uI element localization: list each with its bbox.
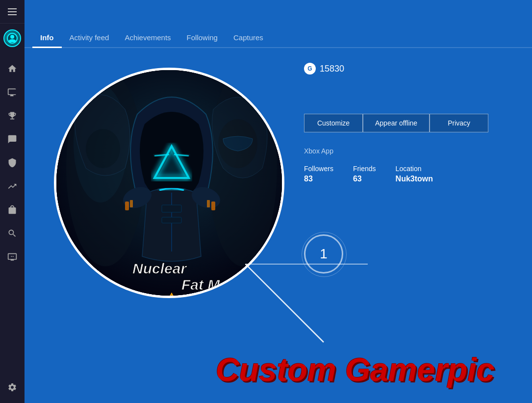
level-circle: 1 <box>304 234 343 274</box>
action-buttons: Customize Appear offline Privacy <box>304 114 522 132</box>
home-icon <box>7 64 17 74</box>
svg-text:Fat Man: Fat Man <box>181 277 237 293</box>
sidebar-nav <box>0 53 25 377</box>
store-icon <box>7 205 17 215</box>
sidebar-avatar-container[interactable] <box>0 24 25 53</box>
sidebar-item-search[interactable] <box>0 223 25 244</box>
stat-location: Location Nuk3town <box>396 165 433 183</box>
followers-label: Followers <box>304 165 333 173</box>
sidebar-top-bar <box>0 0 25 24</box>
avatar[interactable] <box>3 29 21 47</box>
location-label: Location <box>396 165 433 173</box>
friends-count: 63 <box>353 175 376 183</box>
sidebar-item-trending[interactable] <box>0 176 25 197</box>
nav-tabs: Info Activity feed Achievements Followin… <box>25 24 532 48</box>
customize-button[interactable]: Customize <box>304 114 363 132</box>
settings-icon <box>7 382 17 392</box>
games-icon <box>7 87 17 97</box>
gamerpic-section: Nuclear Fat Man <box>54 68 289 303</box>
tab-captures[interactable]: Captures <box>226 28 271 48</box>
svg-text:Nuclear: Nuclear <box>132 260 187 277</box>
svg-rect-19 <box>130 200 133 207</box>
search-icon <box>7 228 17 238</box>
svg-rect-16 <box>162 205 181 212</box>
tab-following[interactable]: Following <box>179 28 226 48</box>
tab-achievements[interactable]: Achievements <box>117 28 178 48</box>
gamerpic-circle[interactable]: Nuclear Fat Man <box>54 68 284 298</box>
privacy-button[interactable]: Privacy <box>430 114 488 132</box>
main-content: Info Activity feed Achievements Followin… <box>25 0 532 403</box>
avatar-svg: Nuclear Fat Man <box>56 70 282 296</box>
custom-gamerpic-label: Custom Gamerpic <box>216 351 532 388</box>
stat-followers: Followers 83 <box>304 165 333 183</box>
stat-friends: Friends 63 <box>353 165 376 183</box>
svg-rect-20 <box>211 202 215 210</box>
tab-info[interactable]: Info <box>32 28 62 48</box>
hamburger-menu-icon[interactable] <box>8 8 17 15</box>
svg-point-1 <box>10 35 14 39</box>
gamerscore-value: 15830 <box>320 64 344 74</box>
level-circle-container: 1 <box>304 234 343 274</box>
platform-label: Xbox App <box>304 147 522 155</box>
followers-count: 83 <box>304 175 333 183</box>
sidebar-item-games[interactable] <box>0 81 25 103</box>
trophy-icon <box>7 111 17 121</box>
sidebar <box>0 0 25 403</box>
gamerscore-row: G 15830 <box>304 63 522 75</box>
avatar-background: Nuclear Fat Man <box>56 70 282 296</box>
svg-rect-18 <box>125 202 129 210</box>
shield-icon <box>7 158 17 168</box>
location-value: Nuk3town <box>396 175 433 183</box>
level-number: 1 <box>320 246 328 262</box>
sidebar-item-settings[interactable] <box>0 377 25 398</box>
sidebar-bottom <box>0 377 25 403</box>
sidebar-item-store[interactable] <box>0 199 25 221</box>
trending-icon <box>7 181 17 191</box>
stats-row: Followers 83 Friends 63 Location Nuk3tow… <box>304 165 522 183</box>
avatar-icon <box>6 32 18 44</box>
friends-label: Friends <box>353 165 376 173</box>
content-area: Nuclear Fat Man <box>25 48 532 403</box>
gamerscore-icon: G <box>304 63 316 75</box>
info-panel: G 15830 Customize Appear offline Privacy… <box>304 63 522 183</box>
sidebar-item-profile[interactable] <box>0 152 25 174</box>
svg-rect-17 <box>162 217 181 223</box>
svg-point-6 <box>86 129 120 168</box>
dvr-icon <box>7 252 17 262</box>
messages-icon <box>7 134 17 144</box>
sidebar-item-dvr[interactable] <box>0 246 25 268</box>
svg-rect-21 <box>207 200 210 207</box>
sidebar-item-achievements[interactable] <box>0 105 25 126</box>
titlebar <box>25 0 532 24</box>
tab-activity-feed[interactable]: Activity feed <box>62 28 117 48</box>
sidebar-item-home[interactable] <box>0 58 25 79</box>
sidebar-item-messages[interactable] <box>0 128 25 150</box>
appear-offline-button[interactable]: Appear offline <box>363 114 430 132</box>
